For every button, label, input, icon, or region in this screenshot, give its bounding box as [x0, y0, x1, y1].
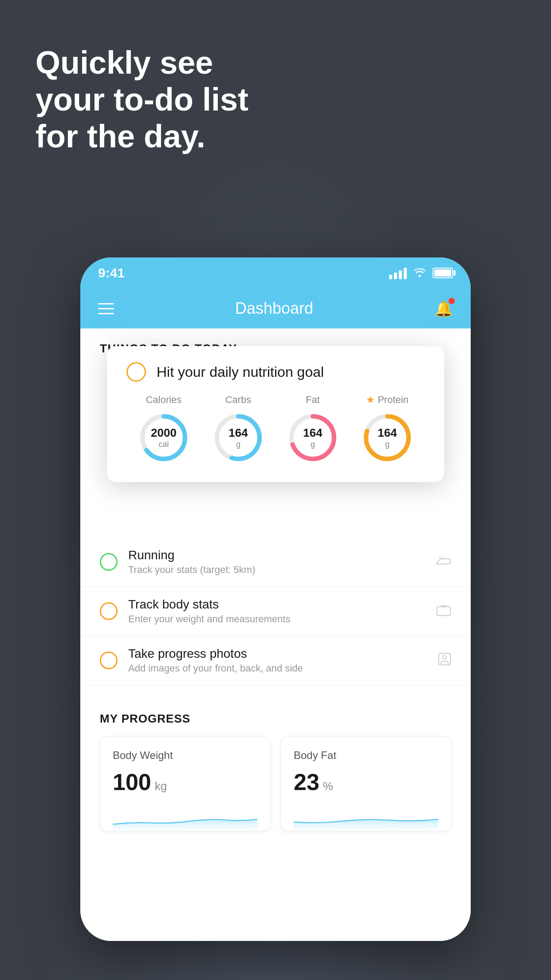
headline-line3: for the day. — [35, 118, 248, 155]
status-time: 9:41 — [98, 265, 125, 281]
card-header: Hit your daily nutrition goal — [126, 362, 425, 382]
signal-icon — [389, 267, 407, 279]
carbs-unit: g — [228, 440, 248, 450]
calories-unit: cal — [151, 440, 177, 450]
todo-subtitle-body-stats: Enter your weight and measurements — [128, 613, 425, 625]
status-bar: 9:41 — [80, 257, 471, 288]
nutrient-fat: Fat 164 g — [286, 394, 339, 464]
todo-text-photos: Take progress photos Add images of your … — [128, 647, 427, 674]
progress-card-fat[interactable]: Body Fat 23 % — [281, 736, 451, 831]
protein-value: 164 — [378, 426, 397, 440]
fat-unit: % — [323, 779, 333, 793]
nutrient-label-protein: ★Protein — [366, 394, 409, 406]
headline-line2: your to-do list — [35, 81, 248, 118]
card-title: Hit your daily nutrition goal — [157, 364, 324, 380]
donut-protein: 164 g — [361, 411, 414, 464]
todo-radio-body-stats[interactable] — [100, 602, 118, 620]
notification-bell-icon[interactable]: 🔔 — [434, 300, 453, 317]
fat-unit: g — [303, 440, 322, 450]
todo-radio-nutrition[interactable] — [126, 362, 146, 382]
fat-card-title: Body Fat — [294, 749, 438, 762]
donut-carbs: 164 g — [212, 411, 265, 464]
todo-radio-running[interactable] — [100, 553, 118, 571]
donut-fat: 164 g — [286, 411, 339, 464]
donut-calories: 2000 cal — [137, 411, 190, 464]
svg-point-11 — [443, 656, 446, 659]
todo-text-body-stats: Track body stats Enter your weight and m… — [128, 597, 425, 625]
weight-value: 100 — [113, 769, 151, 795]
nav-bar: Dashboard 🔔 — [80, 288, 471, 328]
nutrition-card: Hit your daily nutrition goal Calories 2… — [107, 346, 444, 482]
weight-card-title: Body Weight — [113, 749, 257, 762]
weight-chart — [113, 804, 257, 831]
nutrient-label-calories: Calories — [146, 394, 182, 406]
headline: Quickly see your to-do list for the day. — [35, 44, 248, 154]
headline-line1: Quickly see — [35, 44, 248, 81]
carbs-value: 164 — [228, 426, 248, 440]
nutrient-calories: Calories 2000 cal — [137, 394, 190, 464]
weight-value-row: 100 kg — [113, 769, 257, 795]
todo-radio-photos[interactable] — [100, 652, 118, 669]
phone-content: THINGS TO DO TODAY Hit your daily nutrit… — [80, 328, 471, 941]
fat-value: 23 — [294, 769, 319, 795]
weight-unit: kg — [155, 779, 167, 793]
nutrient-carbs: Carbs 164 g — [212, 394, 265, 464]
protein-unit: g — [378, 440, 397, 450]
shoe-icon — [436, 554, 451, 570]
todo-item-photos[interactable]: Take progress photos Add images of your … — [80, 636, 471, 685]
todo-item-body-stats[interactable]: Track body stats Enter your weight and m… — [80, 587, 471, 636]
fat-value-row: 23 % — [294, 769, 438, 795]
todo-item-running[interactable]: Running Track your stats (target: 5km) — [80, 537, 471, 587]
fat-value: 164 — [303, 426, 322, 440]
todo-subtitle-running: Track your stats (target: 5km) — [128, 564, 425, 576]
star-icon: ★ — [366, 394, 375, 406]
nav-title: Dashboard — [235, 299, 313, 318]
todo-title-body-stats: Track body stats — [128, 597, 425, 612]
notification-dot — [449, 298, 455, 304]
nutrient-label-fat: Fat — [306, 394, 320, 406]
todo-list: Running Track your stats (target: 5km) T… — [80, 537, 471, 685]
fat-chart — [294, 804, 438, 831]
progress-card-weight[interactable]: Body Weight 100 kg — [100, 736, 270, 831]
phone-mockup: 9:41 Dashboard 🔔 — [80, 257, 471, 941]
hamburger-menu[interactable] — [98, 303, 114, 314]
nutrient-protein: ★Protein 164 g — [361, 394, 414, 464]
wifi-icon — [413, 266, 426, 280]
todo-text-running: Running Track your stats (target: 5km) — [128, 548, 425, 576]
nutrient-label-carbs: Carbs — [225, 394, 252, 406]
progress-section: MY PROGRESS Body Weight 100 kg — [80, 694, 471, 849]
battery-icon — [433, 268, 453, 278]
nutrients-row: Calories 2000 cal Carbs — [126, 394, 425, 464]
todo-title-photos: Take progress photos — [128, 647, 427, 661]
progress-section-title: MY PROGRESS — [100, 712, 451, 726]
status-icons — [389, 266, 453, 280]
calories-value: 2000 — [151, 426, 177, 440]
progress-cards: Body Weight 100 kg — [100, 736, 451, 831]
todo-title-running: Running — [128, 548, 425, 562]
person-icon — [438, 652, 451, 669]
scale-icon — [436, 603, 451, 620]
todo-subtitle-photos: Add images of your front, back, and side — [128, 663, 427, 674]
